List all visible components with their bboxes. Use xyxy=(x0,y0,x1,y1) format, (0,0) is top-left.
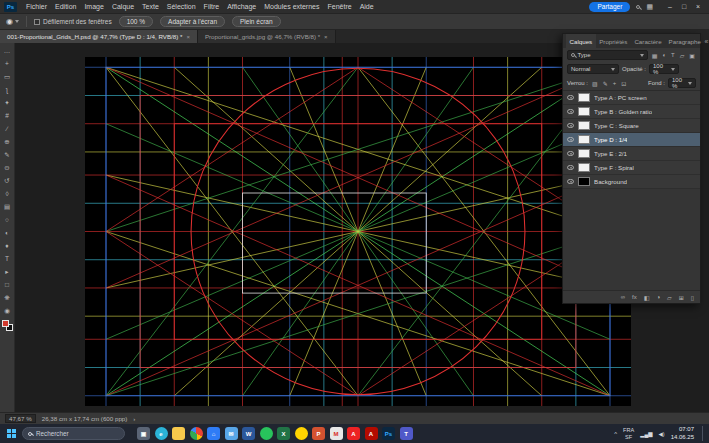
layer-row[interactable]: Type D : 1/4 xyxy=(563,133,700,147)
panel-tab-calques[interactable]: Calques xyxy=(566,34,596,48)
taskbar-icon-gmail[interactable]: M xyxy=(330,427,343,440)
collapse-panel-icon[interactable]: « xyxy=(704,38,708,45)
delete-layer-icon[interactable]: ▯ xyxy=(690,294,695,301)
visibility-eye-icon[interactable] xyxy=(567,165,574,170)
taskbar-icon-task-view[interactable]: ▣ xyxy=(137,427,150,440)
zoom-tool[interactable]: ◉ xyxy=(1,304,14,317)
move-tool[interactable]: + xyxy=(1,57,14,70)
layer-group-icon[interactable]: ▱ xyxy=(666,294,673,301)
marquee-tool[interactable]: ▭ xyxy=(1,70,14,83)
panel-tab-proprits[interactable]: Propriétés xyxy=(596,34,631,48)
link-layers-icon[interactable]: ∞ xyxy=(620,294,626,300)
lasso-tool[interactable]: ʅ xyxy=(1,83,14,96)
lock-position-icon[interactable]: + xyxy=(612,80,618,86)
zoom-level-field[interactable]: 47,67 % xyxy=(5,414,36,423)
menu-item-fichier[interactable]: Fichier xyxy=(22,3,51,10)
status-chevron-icon[interactable]: › xyxy=(133,415,135,422)
checkbox-box[interactable] xyxy=(34,19,40,25)
menu-item-edition[interactable]: Edition xyxy=(51,3,80,10)
path-selection-tool[interactable]: ▸ xyxy=(1,265,14,278)
fit-screen-button[interactable]: Adapter à l'écran xyxy=(160,16,225,27)
filter-smart-object-icon[interactable]: ▣ xyxy=(688,52,696,59)
more-tools-tool[interactable]: … xyxy=(1,44,14,57)
menu-item-image[interactable]: Image xyxy=(80,3,107,10)
filter-adjustment-icon[interactable]: ◐ xyxy=(661,52,667,58)
eyedropper-tool[interactable]: ∕ xyxy=(1,122,14,135)
filter-pixel-icon[interactable]: ▦ xyxy=(651,52,659,59)
language-indicator[interactable]: FRA SF xyxy=(623,427,634,440)
layer-row[interactable]: Type C : Square xyxy=(563,119,700,133)
scroll-all-windows-checkbox[interactable]: Défilement des fenêtres xyxy=(34,18,112,25)
canvas-artwork[interactable] xyxy=(85,57,631,406)
document-tab[interactable]: 001-Proportional_Grids_H.psd @ 47,7% (Ty… xyxy=(0,30,198,43)
hand-tool[interactable]: ❋ xyxy=(1,291,14,304)
layer-row[interactable]: Background xyxy=(563,175,700,189)
gradient-tool[interactable]: ▤ xyxy=(1,200,14,213)
layer-search-input[interactable]: Type xyxy=(567,50,648,60)
quick-selection-tool[interactable]: ✦ xyxy=(1,96,14,109)
menu-item-aide[interactable]: Aide xyxy=(356,3,378,10)
layer-row[interactable]: Type A : PC screen xyxy=(563,91,700,105)
adjustment-layer-icon[interactable]: ◑ xyxy=(655,294,661,300)
menu-item-calque[interactable]: Calque xyxy=(108,3,138,10)
clone-stamp-tool[interactable]: ⊙ xyxy=(1,161,14,174)
tray-chevron-icon[interactable]: ^ xyxy=(614,431,617,437)
taskbar-icon-adobe-cc[interactable]: A xyxy=(347,427,360,440)
type-tool[interactable]: T xyxy=(1,252,14,265)
taskbar-icon-file-explorer[interactable] xyxy=(172,427,185,440)
blur-tool[interactable]: ○ xyxy=(1,213,14,226)
visibility-eye-icon[interactable] xyxy=(567,137,574,142)
search-icon[interactable] xyxy=(636,3,640,10)
taskbar-icon-chrome[interactable] xyxy=(190,427,203,440)
crop-tool[interactable]: # xyxy=(1,109,14,122)
fullscreen-button[interactable]: Plein écran xyxy=(232,16,281,27)
menu-item-affichage[interactable]: Affichage xyxy=(223,3,260,10)
current-tool-icon[interactable]: ◉ xyxy=(6,17,19,26)
panel-tab-caractre[interactable]: Caractère xyxy=(631,34,665,48)
filter-shape-icon[interactable]: ▱ xyxy=(679,52,686,59)
volume-icon[interactable]: ◀) xyxy=(659,431,665,437)
show-desktop-button[interactable] xyxy=(702,426,704,441)
new-layer-icon[interactable]: ⊞ xyxy=(678,294,685,301)
visibility-eye-icon[interactable] xyxy=(567,151,574,156)
filter-type-icon[interactable]: T xyxy=(670,52,676,58)
taskbar-icon-whatsapp[interactable] xyxy=(260,427,273,440)
visibility-eye-icon[interactable] xyxy=(567,179,574,184)
panel-tab-paragraphe[interactable]: Paragraphe xyxy=(665,34,704,48)
blend-mode-select[interactable]: Normal xyxy=(567,64,619,74)
menu-item-filtre[interactable]: Filtre xyxy=(200,3,224,10)
zoom-100-button[interactable]: 100 % xyxy=(119,16,153,27)
taskbar-search[interactable]: Rechercher xyxy=(22,427,125,440)
brush-tool[interactable]: ✎ xyxy=(1,148,14,161)
start-button[interactable] xyxy=(7,429,16,438)
eraser-tool[interactable]: ◊ xyxy=(1,187,14,200)
close-button[interactable]: × xyxy=(691,3,705,10)
dodge-tool[interactable]: ◐ xyxy=(1,226,14,239)
share-button[interactable]: Partager xyxy=(589,2,630,12)
layer-row[interactable]: Type E : 2/1 xyxy=(563,147,700,161)
taskbar-icon-mail[interactable]: ✉ xyxy=(225,427,238,440)
taskbar-icon-teams[interactable]: T xyxy=(400,427,413,440)
visibility-eye-icon[interactable] xyxy=(567,109,574,114)
spot-healing-tool[interactable]: ⊕ xyxy=(1,135,14,148)
taskbar-icon-acrobat[interactable]: A xyxy=(365,427,378,440)
menu-item-fen-tre[interactable]: Fenêtre xyxy=(324,3,356,10)
minimize-button[interactable]: – xyxy=(663,3,677,10)
taskbar-icon-edge[interactable]: e xyxy=(155,427,168,440)
workspace-switcher-icon[interactable]: ▦ xyxy=(646,3,653,10)
taskbar-icon-word[interactable]: W xyxy=(242,427,255,440)
document-tab[interactable]: Proportional_grids.jpg @ 46,7% (RVB/8) *… xyxy=(198,30,336,43)
lock-transparency-icon[interactable]: ▨ xyxy=(591,80,599,87)
menu-item-s-lection[interactable]: Sélection xyxy=(163,3,200,10)
layer-row[interactable]: Type F : Spiral xyxy=(563,161,700,175)
lock-all-icon[interactable]: ⊡ xyxy=(620,80,627,87)
taskbar-icon-powerpoint[interactable]: P xyxy=(312,427,325,440)
layer-mask-icon[interactable]: ◧ xyxy=(643,294,651,301)
layer-effects-icon[interactable]: fx xyxy=(631,294,638,300)
visibility-eye-icon[interactable] xyxy=(567,123,574,128)
taskbar-icon-excel[interactable]: X xyxy=(277,427,290,440)
foreground-color-swatch[interactable] xyxy=(2,320,9,327)
shape-tool[interactable]: □ xyxy=(1,278,14,291)
menu-item-texte[interactable]: Texte xyxy=(138,3,163,10)
layer-row[interactable]: Type B : Golden ratio xyxy=(563,105,700,119)
